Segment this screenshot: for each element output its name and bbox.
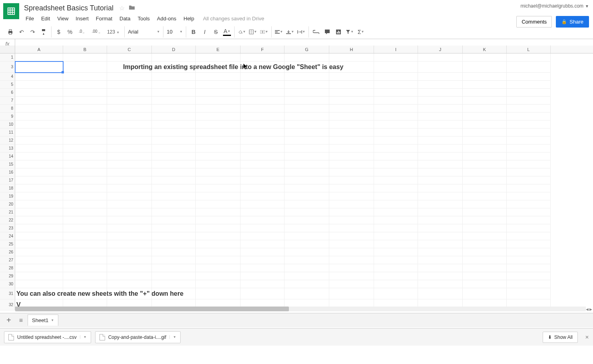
cell[interactable]	[418, 192, 463, 200]
cell[interactable]	[15, 89, 63, 97]
cell[interactable]	[63, 256, 107, 264]
row-header[interactable]: 7	[0, 97, 15, 105]
cell[interactable]	[15, 144, 63, 152]
cell[interactable]	[463, 224, 507, 232]
cell[interactable]	[241, 160, 285, 168]
user-dropdown-icon[interactable]: ▼	[585, 4, 589, 8]
cell[interactable]	[196, 224, 241, 232]
cell[interactable]	[15, 97, 63, 105]
cell[interactable]	[285, 200, 329, 208]
cell[interactable]	[15, 61, 63, 73]
cell[interactable]	[196, 152, 241, 160]
cell[interactable]	[507, 160, 551, 168]
cell[interactable]	[107, 288, 152, 299]
cell[interactable]	[329, 97, 374, 105]
cell[interactable]	[241, 121, 285, 129]
cell[interactable]	[241, 256, 285, 264]
cell[interactable]	[463, 81, 507, 89]
cell[interactable]	[196, 288, 241, 299]
cell[interactable]	[418, 53, 463, 61]
sheet-tab-1[interactable]: Sheet1 ▼	[28, 315, 58, 326]
cell[interactable]	[107, 192, 152, 200]
italic-button[interactable]: I	[201, 28, 209, 36]
cell[interactable]	[418, 272, 463, 280]
cell[interactable]	[329, 272, 374, 280]
cell[interactable]	[463, 288, 507, 299]
cell[interactable]	[418, 168, 463, 176]
cell[interactable]	[329, 280, 374, 288]
cell[interactable]	[15, 105, 63, 113]
cell[interactable]	[285, 224, 329, 232]
cell[interactable]	[63, 224, 107, 232]
cell[interactable]	[152, 61, 196, 73]
cell[interactable]	[196, 184, 241, 192]
cell[interactable]	[241, 288, 285, 299]
cell[interactable]	[107, 160, 152, 168]
font-size-select[interactable]: 10 ▼	[167, 29, 183, 35]
cell[interactable]	[152, 240, 196, 248]
menu-help[interactable]: Help	[180, 14, 197, 23]
cell[interactable]	[374, 224, 418, 232]
cell[interactable]	[507, 256, 551, 264]
cell[interactable]	[463, 97, 507, 105]
cell[interactable]	[329, 232, 374, 240]
cell[interactable]	[374, 73, 418, 81]
font-family-select[interactable]: Arial ▼	[128, 29, 160, 35]
row-header[interactable]: 31	[0, 288, 15, 299]
cell[interactable]	[196, 240, 241, 248]
cell[interactable]	[63, 240, 107, 248]
cell[interactable]	[374, 152, 418, 160]
app-logo[interactable]	[3, 3, 19, 19]
row-header[interactable]: 4	[0, 73, 15, 81]
cell[interactable]	[15, 73, 63, 81]
cell[interactable]	[374, 89, 418, 97]
menu-insert[interactable]: Insert	[72, 14, 92, 23]
share-button[interactable]: 🔒 Share	[556, 16, 589, 28]
cell[interactable]	[196, 272, 241, 280]
cell[interactable]	[15, 176, 63, 184]
cell[interactable]	[507, 121, 551, 129]
cell[interactable]	[241, 136, 285, 144]
col-header-E[interactable]: E	[196, 46, 241, 53]
cell[interactable]	[15, 136, 63, 144]
cell[interactable]	[241, 248, 285, 256]
cell[interactable]	[15, 256, 63, 264]
cell[interactable]	[196, 248, 241, 256]
cell[interactable]	[329, 81, 374, 89]
cell[interactable]	[374, 280, 418, 288]
select-all-corner[interactable]	[0, 46, 15, 53]
cell[interactable]	[418, 121, 463, 129]
cell[interactable]	[418, 248, 463, 256]
cell[interactable]	[463, 176, 507, 184]
cell[interactable]	[285, 113, 329, 121]
cell[interactable]	[329, 129, 374, 136]
cell[interactable]	[507, 272, 551, 280]
cell[interactable]	[329, 144, 374, 152]
horizontal-scrollbar[interactable]	[15, 307, 586, 311]
cell[interactable]	[196, 168, 241, 176]
cell[interactable]	[241, 184, 285, 192]
cell[interactable]	[107, 264, 152, 272]
row-header[interactable]: 1	[0, 53, 15, 61]
cell[interactable]	[196, 232, 241, 240]
cell[interactable]	[196, 216, 241, 224]
cell[interactable]	[107, 136, 152, 144]
cell[interactable]	[374, 216, 418, 224]
cell[interactable]	[463, 192, 507, 200]
row-header[interactable]: 13	[0, 144, 15, 152]
cell[interactable]	[507, 136, 551, 144]
cell[interactable]	[152, 272, 196, 280]
cell[interactable]	[463, 248, 507, 256]
cell[interactable]	[196, 105, 241, 113]
cell[interactable]	[196, 200, 241, 208]
cell[interactable]	[329, 240, 374, 248]
row-header[interactable]: 20	[0, 200, 15, 208]
cell[interactable]	[285, 216, 329, 224]
cell[interactable]	[285, 272, 329, 280]
cell[interactable]	[107, 144, 152, 152]
cell[interactable]	[107, 240, 152, 248]
comments-button[interactable]: Comments	[516, 16, 552, 28]
cell[interactable]	[329, 168, 374, 176]
cell[interactable]	[418, 176, 463, 184]
cell[interactable]	[107, 200, 152, 208]
